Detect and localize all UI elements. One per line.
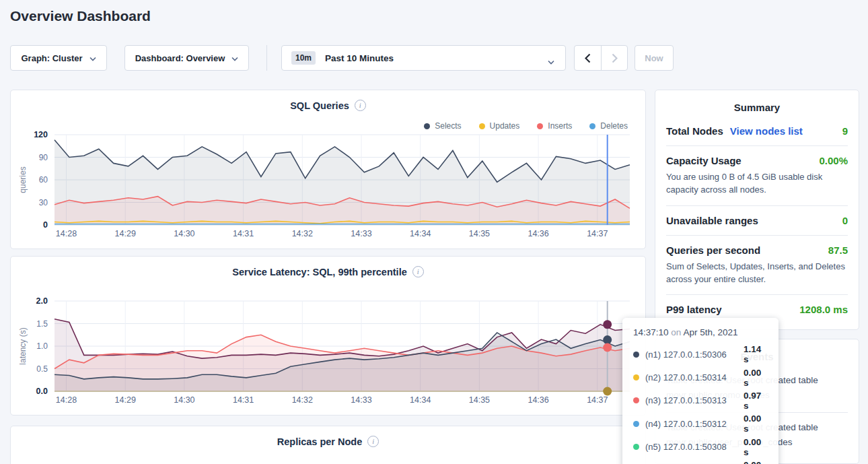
tooltip-node-address: (n4) 127.0.0.1:50312 <box>645 419 744 429</box>
tooltip-node-address: (n5) 127.0.0.1:50308 <box>645 442 744 452</box>
node-color-dot-icon <box>633 421 639 427</box>
summary-title: Summary <box>655 90 859 117</box>
svg-text:14:34: 14:34 <box>410 229 431 238</box>
summary-row-value: 9 <box>842 125 848 137</box>
tooltip-node-value: 0.00 s <box>744 413 768 434</box>
svg-text:2.0: 2.0 <box>36 296 48 306</box>
svg-text:14:37: 14:37 <box>587 395 608 405</box>
svg-text:1.5: 1.5 <box>36 319 48 329</box>
chart-title-row: Service Latency: SQL, 99th percentile i <box>11 266 645 277</box>
tooltip-date: Apr 5th, 2021 <box>683 327 737 337</box>
svg-text:0: 0 <box>43 220 48 230</box>
info-icon[interactable]: i <box>355 100 366 111</box>
tooltip-node-value: 0.97 s <box>744 391 768 411</box>
tooltip-node-row: (n3) 127.0.0.1:50313 0.97 s <box>622 389 779 412</box>
summary-row-label: Capacity Usage <box>666 155 742 166</box>
svg-text:0.0: 0.0 <box>36 387 48 396</box>
summary-row-total-nodes: Total Nodes View nodes list 9 <box>666 117 848 146</box>
summary-row-label: Total Nodes <box>666 125 723 137</box>
info-icon[interactable]: i <box>412 266 424 277</box>
svg-text:14:31: 14:31 <box>233 229 254 238</box>
summary-row-value: 87.5 <box>828 244 848 256</box>
chevron-down-icon <box>89 53 96 63</box>
svg-text:14:29: 14:29 <box>115 229 136 238</box>
svg-text:30: 30 <box>39 198 48 207</box>
svg-text:60: 60 <box>39 175 48 185</box>
page-title: Overview Dashboard <box>10 8 151 24</box>
sql-queries-chart[interactable]: 030609012014:2814:2914:3014:3114:3214:33… <box>11 124 646 244</box>
node-color-dot-icon <box>633 374 639 380</box>
chart-title-row: Replicas per Node i <box>11 436 645 447</box>
overview-dashboard-page: Overview Dashboard Graph: Cluster Dashbo… <box>0 0 868 464</box>
svg-text:14:35: 14:35 <box>469 395 490 405</box>
chart-title: Service Latency: SQL, 99th percentile <box>232 267 407 277</box>
summary-body: Total Nodes View nodes list 9 Capacity U… <box>655 117 859 324</box>
summary-row-unavailable-ranges: Unavailable ranges 0 <box>666 206 848 236</box>
time-step-back-button[interactable] <box>575 46 601 70</box>
tooltip-node-row: (n2) 127.0.0.1:50314 0.00 s <box>622 366 779 389</box>
toolbar-divider <box>266 45 267 71</box>
chart-title: Replicas per Node <box>277 436 363 447</box>
svg-text:14:36: 14:36 <box>528 395 548 405</box>
svg-text:latency (s): latency (s) <box>18 327 28 364</box>
svg-text:14:32: 14:32 <box>292 229 313 238</box>
time-step-forward-button[interactable] <box>601 46 627 70</box>
graph-dropdown[interactable]: Graph: Cluster <box>10 45 107 71</box>
svg-text:14:28: 14:28 <box>56 229 77 238</box>
service-latency-chart[interactable]: 0.00.51.01.52.014:2814:2914:3014:3114:32… <box>11 290 646 410</box>
summary-row-value: 0.00% <box>819 155 848 166</box>
chevron-down-icon <box>548 57 554 67</box>
time-range-badge: 10m <box>291 51 316 65</box>
toolbar: Graph: Cluster Dashboard: Overview 10m P… <box>10 45 674 71</box>
summary-row-label: Unavailable ranges <box>666 215 758 226</box>
summary-panel: Summary Total Nodes View nodes list 9 Ca… <box>655 90 859 330</box>
svg-text:14:31: 14:31 <box>233 395 254 405</box>
tooltip-node-row: (n5) 127.0.0.1:50308 0.00 s <box>622 436 779 459</box>
view-nodes-list-link[interactable]: View nodes list <box>730 125 803 137</box>
svg-text:14:33: 14:33 <box>351 229 371 238</box>
sql-queries-chart-card: SQL Queries i Selects Updates Inserts De… <box>10 90 646 249</box>
svg-text:14:28: 14:28 <box>56 395 77 405</box>
svg-text:14:35: 14:35 <box>469 229 490 238</box>
chart-title-row: SQL Queries i <box>11 100 645 111</box>
summary-row-value: 0 <box>842 215 848 226</box>
svg-text:14:33: 14:33 <box>351 395 371 405</box>
summary-row-capacity-usage: Capacity Usage 0.00% You are using 0 B o… <box>666 146 848 206</box>
tooltip-node-row: (n4) 127.0.0.1:50312 0.00 s <box>622 412 779 435</box>
svg-text:14:29: 14:29 <box>115 395 136 405</box>
tooltip-time: 14:37:10 <box>633 327 669 337</box>
tooltip-node-row: (n1) 127.0.0.1:50306 1.14 s <box>622 343 779 366</box>
svg-text:14:34: 14:34 <box>410 395 431 405</box>
service-latency-chart-card: Service Latency: SQL, 99th percentile i … <box>10 256 646 416</box>
dashboard-dropdown-label: Dashboard: Overview <box>135 53 225 63</box>
dashboard-dropdown[interactable]: Dashboard: Overview <box>124 45 249 71</box>
svg-text:14:32: 14:32 <box>292 395 313 405</box>
tooltip-node-value: 0.00 s <box>744 437 768 457</box>
svg-text:1.0: 1.0 <box>36 341 48 351</box>
node-color-dot-icon <box>633 352 639 358</box>
time-range-selector[interactable]: 10m Past 10 Minutes <box>281 45 566 71</box>
tooltip-on: on <box>671 327 681 337</box>
svg-text:14:37: 14:37 <box>587 229 608 238</box>
time-range-label: Past 10 Minutes <box>325 53 394 63</box>
info-icon[interactable]: i <box>367 436 379 447</box>
summary-row-value: 1208.0 ms <box>799 304 848 315</box>
tooltip-node-address: (n3) 127.0.0.1:50313 <box>645 395 744 405</box>
now-button[interactable]: Now <box>635 45 674 71</box>
node-color-dot-icon <box>633 444 639 450</box>
tooltip-node-rows: (n1) 127.0.0.1:50306 1.14 s (n2) 127.0.0… <box>622 343 779 464</box>
chart-hover-tooltip: 14:37:10 on Apr 5th, 2021 (n1) 127.0.0.1… <box>622 318 779 464</box>
tooltip-node-value: 0.00 s <box>744 460 768 464</box>
tooltip-node-value: 0.00 s <box>744 368 768 388</box>
summary-row-label: P99 latency <box>666 304 722 315</box>
time-step-buttons <box>574 45 628 71</box>
tooltip-timestamp: 14:37:10 on Apr 5th, 2021 <box>622 326 779 343</box>
tooltip-node-value: 1.14 s <box>744 344 768 364</box>
chart-title: SQL Queries <box>290 100 349 111</box>
svg-text:90: 90 <box>39 153 48 162</box>
svg-text:120: 120 <box>34 130 48 139</box>
node-color-dot-icon <box>633 397 639 403</box>
svg-text:14:36: 14:36 <box>528 229 548 238</box>
svg-text:0.5: 0.5 <box>36 364 48 374</box>
svg-text:14:30: 14:30 <box>174 229 194 238</box>
